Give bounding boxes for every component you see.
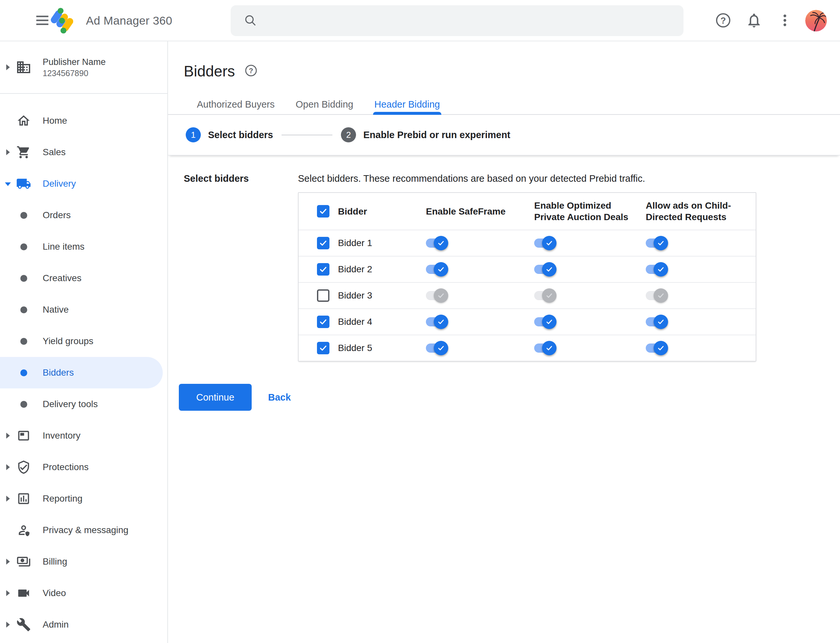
sidebar-item-delivery-tools[interactable]: Delivery tools (0, 388, 168, 420)
bullet-icon (20, 307, 27, 313)
help-icon: ? (715, 12, 732, 30)
sidebar-item-line-items[interactable]: Line items (0, 231, 168, 263)
ad-manager-logo-icon (49, 7, 75, 34)
truck-icon (16, 176, 31, 192)
help-button[interactable]: ? (713, 10, 734, 31)
column-header-bidder: Bidder (338, 206, 426, 217)
bullet-icon (20, 401, 27, 408)
child-directed-toggle[interactable] (646, 315, 668, 329)
continue-button[interactable]: Continue (179, 384, 252, 411)
enable-safeframe-toggle[interactable] (426, 341, 448, 355)
sidebar-item-home[interactable]: Home (0, 105, 168, 137)
table-row: Bidder 3 (299, 282, 756, 308)
building-icon (16, 59, 31, 75)
help-icon: ? (244, 64, 258, 79)
tab-open-bidding[interactable]: Open Bidding (285, 95, 364, 114)
more-options-button[interactable] (775, 10, 795, 31)
child-directed-toggle[interactable] (646, 288, 668, 303)
sidebar-item-reporting[interactable]: Reporting (0, 483, 168, 514)
step-2-badge: 2 (341, 127, 356, 142)
sidebar-item-admin[interactable]: Admin (0, 609, 168, 640)
bidder-checkbox[interactable] (317, 237, 329, 249)
sidebar-item-inventory[interactable]: Inventory (0, 420, 168, 451)
chevron-down-icon (5, 183, 11, 186)
search-icon (243, 13, 257, 28)
chevron-right-icon (6, 622, 10, 628)
inventory-icon (16, 428, 31, 444)
ad-manager-app: Ad Manager 360 ? (0, 0, 840, 643)
optimized-deals-toggle[interactable] (534, 288, 557, 303)
description-text: Select bidders. These recommendations ar… (298, 173, 840, 184)
optimized-deals-toggle[interactable] (534, 341, 557, 355)
publisher-switcher[interactable]: Publisher Name 1234567890 (0, 41, 167, 94)
enable-safeframe-toggle[interactable] (426, 288, 448, 303)
child-directed-toggle[interactable] (646, 262, 668, 277)
child-directed-toggle[interactable] (646, 236, 668, 250)
publisher-name: Publisher Name (42, 56, 106, 68)
column-header-safeframe: Enable SafeFrame (426, 206, 534, 217)
search-bar[interactable] (230, 5, 683, 36)
sidebar-item-video[interactable]: Video (0, 578, 168, 609)
sidebar-item-delivery[interactable]: Delivery (0, 168, 168, 199)
enable-safeframe-toggle[interactable] (426, 262, 448, 277)
sidebar: Publisher Name 1234567890 Home Sales (0, 41, 168, 643)
section-label: Select bidders (168, 173, 298, 362)
bullet-icon (20, 275, 27, 282)
optimized-deals-toggle[interactable] (534, 315, 557, 329)
bullet-icon (20, 369, 27, 376)
enable-safeframe-toggle[interactable] (426, 236, 448, 250)
bullet-icon (20, 338, 27, 345)
publisher-id: 1234567890 (42, 68, 106, 78)
bidder-checkbox[interactable] (317, 263, 329, 276)
bidder-name: Bidder 2 (338, 264, 426, 274)
bullet-icon (20, 243, 27, 250)
bidder-checkbox[interactable] (317, 316, 329, 328)
sidebar-item-native[interactable]: Native (0, 294, 168, 325)
table-row: Bidder 1 (299, 230, 756, 256)
chevron-right-icon (6, 559, 10, 565)
account-avatar[interactable] (805, 10, 827, 31)
tab-header-bidding[interactable]: Header Bidding (364, 95, 451, 114)
bidder-name: Bidder 5 (338, 343, 426, 353)
sidebar-item-protections[interactable]: Protections (0, 451, 168, 483)
title-help-button[interactable]: ? (244, 64, 258, 78)
videocam-icon (16, 585, 31, 601)
sidebar-item-privacy-messaging[interactable]: Privacy & messaging (0, 514, 168, 546)
sidebar-item-billing[interactable]: Billing (0, 546, 168, 578)
optimized-deals-toggle[interactable] (534, 236, 557, 250)
search-input[interactable] (263, 11, 683, 31)
optimized-deals-toggle[interactable] (534, 262, 557, 277)
notifications-button[interactable] (744, 10, 765, 31)
wrench-icon (16, 617, 31, 633)
sidebar-item-sales[interactable]: Sales (0, 137, 168, 168)
step-1-badge: 1 (186, 127, 201, 142)
step-select-bidders: 1 Select bidders (186, 127, 273, 142)
tab-authorized-buyers[interactable]: Authorized Buyers (186, 95, 285, 114)
sidebar-item-bidders[interactable]: Bidders (0, 357, 163, 388)
home-icon (16, 113, 31, 129)
chevron-right-icon (6, 149, 10, 155)
back-link[interactable]: Back (268, 392, 291, 403)
page-title: Bidders (184, 62, 235, 81)
main-content: Bidders ? Authorized Buyers Open Bidding… (168, 41, 840, 643)
chevron-right-icon (6, 496, 10, 502)
top-bar: Ad Manager 360 ? (0, 0, 840, 41)
select-all-checkbox[interactable] (317, 205, 329, 217)
chevron-right-icon (6, 64, 10, 70)
product-name: Ad Manager 360 (86, 0, 172, 41)
sidebar-item-creatives[interactable]: Creatives (0, 263, 168, 294)
chevron-right-icon (6, 590, 10, 596)
bidder-checkbox[interactable] (317, 289, 329, 302)
enable-safeframe-toggle[interactable] (426, 315, 448, 329)
table-row: Bidder 2 (299, 256, 756, 282)
bidder-name: Bidder 4 (338, 317, 426, 327)
shield-check-icon (16, 459, 31, 475)
table-row: Bidder 4 (299, 308, 756, 335)
table-row: Bidder 5 (299, 335, 756, 361)
sidebar-item-yield-groups[interactable]: Yield groups (0, 325, 168, 357)
step-connector (281, 134, 332, 135)
bidder-checkbox[interactable] (317, 342, 329, 354)
child-directed-toggle[interactable] (646, 341, 668, 355)
sidebar-item-orders[interactable]: Orders (0, 199, 168, 231)
svg-text:?: ? (721, 15, 726, 25)
